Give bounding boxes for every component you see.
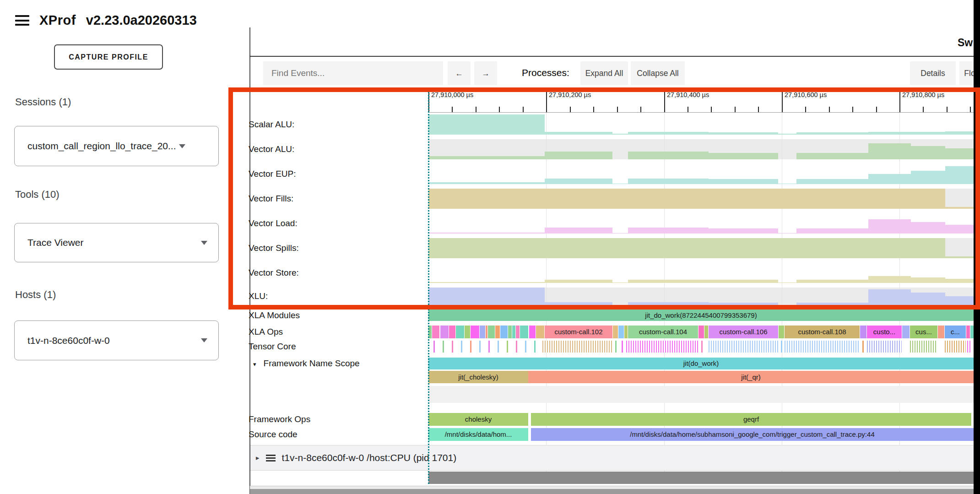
counter-sample-area[interactable]	[428, 156, 545, 159]
trace-event[interactable]	[480, 326, 485, 338]
drag-handle-icon[interactable]	[266, 455, 276, 461]
trace-event-sliver[interactable]	[461, 341, 462, 353]
counter-sample-area[interactable]	[545, 280, 612, 283]
counter-sample-area[interactable]	[628, 152, 709, 159]
trace-event[interactable]	[508, 326, 512, 338]
counter-sample-area[interactable]	[612, 134, 628, 135]
counter-sample-area[interactable]	[868, 289, 911, 305]
trace-event[interactable]: custom-call.102	[545, 326, 612, 338]
counter-sample-area[interactable]	[778, 134, 796, 135]
horizontal-scrollbar[interactable]	[250, 486, 980, 494]
trace-event[interactable]: jit(do_work)	[428, 358, 974, 369]
counter-sample-area[interactable]	[945, 225, 974, 233]
counter-sample-area[interactable]	[612, 233, 628, 233]
counter-sample-area[interactable]	[628, 302, 709, 305]
counter-sample-area[interactable]	[945, 256, 974, 258]
counter-sample-area[interactable]	[868, 219, 911, 233]
trace-event[interactable]	[428, 386, 974, 403]
counter-sample-area[interactable]	[428, 238, 945, 258]
trace-event[interactable]	[860, 326, 866, 338]
counter-sample-area[interactable]	[545, 152, 612, 159]
counter-sample-area[interactable]	[428, 189, 945, 209]
trace-event[interactable]	[536, 326, 544, 338]
counter-sample-area[interactable]	[796, 179, 868, 184]
counter-sample-area[interactable]	[545, 228, 612, 233]
trace-event[interactable]: jit(_qr)	[528, 371, 974, 383]
trace-event[interactable]	[432, 326, 439, 338]
trace-event-sliver[interactable]	[498, 341, 499, 353]
trace-event[interactable]	[512, 326, 515, 338]
trace-event-stripes[interactable]	[867, 341, 902, 353]
counter-sample-area[interactable]	[945, 131, 974, 135]
trace-event[interactable]	[456, 326, 464, 338]
trace-event[interactable]	[500, 326, 508, 338]
counter-sample-area[interactable]	[868, 143, 911, 159]
counter-sample-area[interactable]	[428, 233, 545, 233]
trace-event[interactable]	[966, 326, 970, 338]
counter-sample-area[interactable]	[778, 184, 796, 184]
trace-event-sliver[interactable]	[534, 341, 536, 353]
counter-sample-area[interactable]	[911, 146, 945, 159]
counter-sample-area[interactable]	[545, 132, 612, 135]
counter-sample-area[interactable]	[428, 114, 545, 135]
counter-sample-area[interactable]	[612, 184, 628, 184]
trace-event[interactable]: geqrf	[531, 413, 971, 426]
counter-sample-area[interactable]	[868, 174, 911, 184]
trace-event-sliver[interactable]	[862, 341, 864, 353]
counter-sample-area[interactable]	[709, 228, 778, 233]
counter-sample-area[interactable]	[911, 222, 945, 233]
trace-event-stripes[interactable]	[542, 341, 612, 353]
counter-sample-area[interactable]	[868, 132, 945, 135]
trace-event[interactable]	[902, 326, 910, 338]
trace-event-sliver[interactable]	[470, 341, 471, 353]
counter-sample-area[interactable]	[778, 233, 796, 233]
counter-sample-area[interactable]	[709, 179, 778, 184]
counter-sample-area[interactable]	[778, 282, 796, 283]
counter-sample-area[interactable]	[796, 153, 868, 159]
trace-event[interactable]: jit(_cholesky)	[428, 371, 528, 383]
counter-sample-area[interactable]	[911, 293, 945, 305]
trace-event-sliver[interactable]	[622, 341, 623, 353]
trace-event-sliver[interactable]	[452, 341, 453, 353]
counter-sample-area[interactable]	[709, 132, 778, 135]
counter-sample-area[interactable]	[945, 148, 974, 159]
counter-sample-area[interactable]	[911, 171, 945, 184]
counter-sample-area[interactable]	[945, 207, 974, 209]
trace-event[interactable]	[624, 326, 628, 338]
collapse-arrow-icon[interactable]: ▾	[253, 361, 256, 368]
trace-event-sliver[interactable]	[479, 341, 481, 353]
counter-sample-area[interactable]	[709, 303, 778, 305]
counter-sample-area[interactable]	[796, 228, 868, 233]
counter-sample-area[interactable]	[612, 282, 628, 283]
counter-sample-area[interactable]	[945, 166, 974, 184]
scrollbar-handle[interactable]	[250, 489, 974, 494]
trace-event[interactable]: custom-call.106	[709, 326, 778, 338]
counter-sample-area[interactable]	[545, 302, 612, 305]
trace-event-stripes[interactable]	[910, 341, 937, 353]
trace-event[interactable]	[613, 326, 618, 338]
trace-event-sliver[interactable]	[488, 341, 490, 353]
counter-sample-area[interactable]	[709, 280, 778, 283]
counter-sample-area[interactable]	[428, 182, 545, 184]
trace-event[interactable]	[970, 326, 974, 338]
trace-event-stripes[interactable]	[709, 341, 778, 353]
trace-event-sliver[interactable]	[433, 341, 435, 353]
trace-event-sliver[interactable]	[443, 341, 444, 353]
trace-event[interactable]: custom-call.104	[628, 326, 698, 338]
trace-event[interactable]	[618, 326, 624, 338]
trace-event-stripes[interactable]	[626, 341, 698, 353]
trace-event-sliver[interactable]	[507, 341, 508, 353]
counter-sample-area[interactable]	[628, 280, 709, 283]
trace-event-stripes[interactable]	[785, 341, 860, 353]
trace-event[interactable]: /mnt/disks/data/home/subhamsoni_google_c…	[531, 428, 974, 441]
trace-event[interactable]	[779, 326, 784, 338]
trace-event[interactable]	[516, 326, 520, 338]
trace-event[interactable]	[486, 326, 487, 338]
counter-sample-area[interactable]	[911, 277, 945, 283]
counter-sample-area[interactable]	[868, 276, 911, 283]
expand-arrow-icon[interactable]: ▸	[256, 454, 260, 462]
counter-sample-area[interactable]	[628, 132, 709, 135]
trace-event[interactable]	[488, 326, 495, 338]
trace-event[interactable]	[520, 326, 528, 338]
counter-sample-area[interactable]	[628, 228, 709, 233]
